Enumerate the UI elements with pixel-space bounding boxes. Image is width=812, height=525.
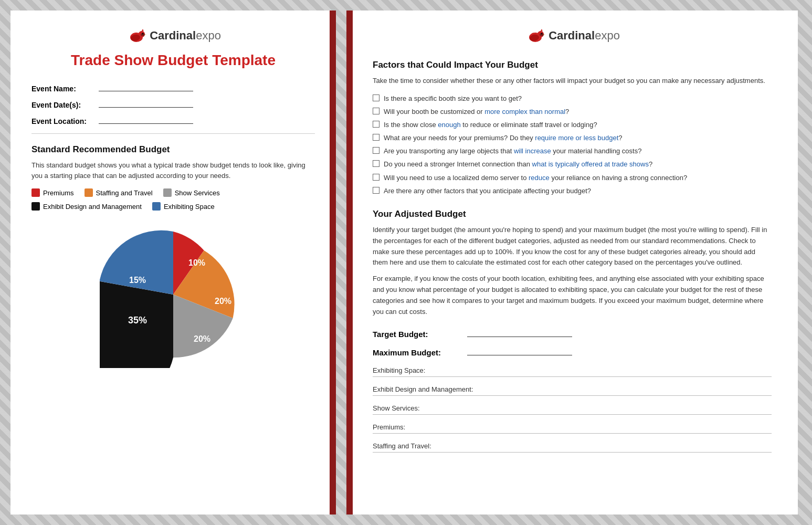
right-logo-text: Cardinalexpo xyxy=(549,29,620,43)
page-left: Cardinalexpo Trade Show Budget Template … xyxy=(10,10,336,514)
left-logo: Cardinalexpo xyxy=(125,26,221,45)
factor-text-3: Is the show close enough to reduce or el… xyxy=(384,120,597,130)
page-right: Cardinalexpo Factors that Could Impact Y… xyxy=(346,10,798,514)
standard-budget-desc: This standard budget shows you what a ty… xyxy=(31,160,315,181)
show-services-label: Show Services: xyxy=(373,404,493,412)
right-logo-area: Cardinalexpo xyxy=(373,26,772,47)
pie-label-premiums: 10% xyxy=(188,258,205,267)
event-dates-row: Event Date(s): xyxy=(31,98,315,109)
checkbox-6[interactable] xyxy=(373,160,379,167)
list-item: Is the show close enough to reduce or el… xyxy=(373,120,772,130)
exhibiting-space-label: Exhibiting Space xyxy=(164,203,215,211)
list-item: What are your needs for your premiums? D… xyxy=(373,133,772,143)
factor-text-7: Will you need to use a localized demo se… xyxy=(384,173,687,183)
event-dates-label: Event Date(s): xyxy=(31,101,94,109)
list-item: Are there any other factors that you ant… xyxy=(373,186,772,196)
show-services-input[interactable] xyxy=(493,402,772,411)
factors-intro: Take the time to consider whether these … xyxy=(373,76,772,86)
standard-budget-section: Standard Recommended Budget This standar… xyxy=(31,144,315,181)
checkbox-7[interactable] xyxy=(373,174,379,181)
adjusted-desc-1: Identify your target budget (the amount … xyxy=(373,225,772,268)
pie-label-show-services: 20% xyxy=(194,334,210,343)
premiums-input[interactable] xyxy=(493,421,772,429)
left-logo-area: Cardinalexpo xyxy=(31,26,315,47)
target-budget-input[interactable] xyxy=(467,328,572,337)
factor-text-8: Are there any other factors that you ant… xyxy=(384,186,591,196)
maximum-budget-input[interactable] xyxy=(467,346,572,355)
list-item: Is there a specific booth size you want … xyxy=(373,94,772,103)
factor-text-6: Do you need a stronger Internet connecti… xyxy=(384,160,652,169)
event-name-label: Event Name: xyxy=(31,85,94,93)
legend-exhibiting-space: Exhibiting Space xyxy=(152,202,215,211)
svg-marker-2 xyxy=(142,29,144,32)
show-services-row: Show Services: xyxy=(373,402,772,415)
exhibit-design-label: Exhibit Design and Management: xyxy=(373,385,493,393)
exhibiting-space-row: Exhibiting Space: xyxy=(373,364,772,377)
right-logo: Cardinalexpo xyxy=(524,26,620,45)
checkbox-3[interactable] xyxy=(373,121,379,128)
standard-budget-heading: Standard Recommended Budget xyxy=(31,144,315,155)
legend-exhibit-design: Exhibit Design and Management xyxy=(31,202,142,211)
event-dates-input[interactable] xyxy=(99,98,193,108)
legend-show-services: Show Services xyxy=(163,188,220,197)
list-item: Will you need to use a localized demo se… xyxy=(373,173,772,183)
premiums-color-dot xyxy=(31,188,40,197)
svg-marker-9 xyxy=(541,29,543,32)
exhibiting-space-label: Exhibiting Space: xyxy=(373,366,493,374)
staffing-travel-label: Staffing and Travel: xyxy=(373,442,493,450)
event-location-row: Event Location: xyxy=(31,114,315,125)
list-item: Are you transporting any large objects t… xyxy=(373,146,772,156)
event-name-input[interactable] xyxy=(99,82,193,91)
factor-text-2: Will your booth be customized or more co… xyxy=(384,107,569,117)
exhibiting-space-input[interactable] xyxy=(493,364,772,373)
factor-text-5: Are you transporting any large objects t… xyxy=(384,146,641,156)
event-location-label: Event Location: xyxy=(31,117,94,125)
pie-label-staffing: 20% xyxy=(215,297,231,306)
factor-text-1: Is there a specific booth size you want … xyxy=(384,94,522,103)
staffing-label: Staffing and Travel xyxy=(96,189,153,197)
event-location-input[interactable] xyxy=(99,114,193,124)
staffing-travel-row: Staffing and Travel: xyxy=(373,440,772,453)
checkbox-1[interactable] xyxy=(373,94,379,101)
svg-point-13 xyxy=(540,33,544,36)
checkbox-8[interactable] xyxy=(373,187,379,194)
adjusted-heading: Your Adjusted Budget xyxy=(373,209,772,219)
cardinal-bird-icon xyxy=(125,26,146,45)
factors-heading: Factors that Could Impact Your Budget xyxy=(373,60,772,70)
staffing-travel-input[interactable] xyxy=(493,440,772,448)
exhibit-design-color-dot xyxy=(31,202,40,211)
exhibit-design-row: Exhibit Design and Management: xyxy=(373,383,772,396)
legend-premiums: Premiums xyxy=(31,188,74,197)
premiums-row: Premiums: xyxy=(373,421,772,434)
exhibit-design-label: Exhibit Design and Management xyxy=(43,203,142,211)
divider xyxy=(31,133,315,134)
checkbox-5[interactable] xyxy=(373,147,379,154)
svg-point-6 xyxy=(141,33,145,36)
pie-label-space: 15% xyxy=(129,276,146,285)
staffing-color-dot xyxy=(85,188,93,197)
show-services-label: Show Services xyxy=(175,189,220,197)
premiums-label: Premiums xyxy=(43,189,74,197)
show-services-color-dot xyxy=(163,188,172,197)
event-form: Event Name: Event Date(s): Event Locatio… xyxy=(31,82,315,125)
exhibiting-space-color-dot xyxy=(152,202,161,211)
adjusted-desc-2: For example, if you know the costs of yo… xyxy=(373,274,772,317)
premiums-label: Premiums: xyxy=(373,423,493,431)
checkbox-2[interactable] xyxy=(373,108,379,114)
pie-label-exhibit: 35% xyxy=(128,315,147,326)
logo-text: Cardinalexpo xyxy=(150,29,221,43)
exhibit-design-input[interactable] xyxy=(493,383,772,392)
legend-staffing: Staffing and Travel xyxy=(85,188,153,197)
checkbox-4[interactable] xyxy=(373,134,379,141)
maximum-budget-label: Maximum Budget: xyxy=(373,348,467,357)
target-budget-label: Target Budget: xyxy=(373,330,467,339)
factors-list: Is there a specific booth size you want … xyxy=(373,94,772,196)
event-name-row: Event Name: xyxy=(31,82,315,93)
outer-wrapper: Cardinalexpo Trade Show Budget Template … xyxy=(0,0,812,525)
target-budget-row: Target Budget: xyxy=(373,328,772,339)
chart-legend: Premiums Staffing and Travel Show Servic… xyxy=(31,188,315,211)
factor-text-4: What are your needs for your premiums? D… xyxy=(384,133,623,143)
maximum-budget-row: Maximum Budget: xyxy=(373,346,772,357)
right-cardinal-bird-icon xyxy=(524,26,545,45)
factors-section: Factors that Could Impact Your Budget Ta… xyxy=(373,60,772,196)
